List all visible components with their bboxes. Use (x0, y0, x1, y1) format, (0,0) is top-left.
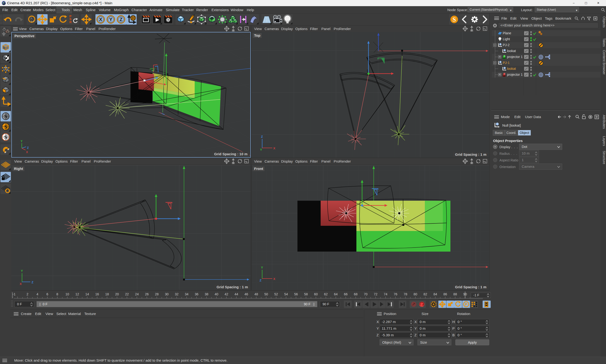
svg-text:24: 24 (135, 292, 139, 296)
svg-text:-1: -1 (13, 292, 16, 296)
svg-text:X: X (20, 282, 22, 286)
svg-text:Y: Y (109, 17, 112, 22)
svg-text:8: 8 (56, 292, 58, 296)
svg-text:54: 54 (284, 292, 288, 296)
svg-text:28: 28 (155, 292, 159, 296)
svg-text:Z: Z (259, 279, 261, 282)
svg-text:48: 48 (254, 292, 258, 296)
svg-text:58: 58 (304, 292, 308, 296)
svg-text:Y: Y (260, 148, 262, 152)
svg-text:Z: Z (120, 17, 122, 22)
svg-text:62: 62 (324, 292, 328, 296)
svg-text:40: 40 (215, 292, 218, 296)
svg-text:X: X (273, 146, 275, 150)
svg-text:64: 64 (334, 292, 338, 296)
svg-text:6: 6 (46, 292, 48, 296)
svg-text:R: R (69, 20, 72, 24)
svg-text:P: P (465, 302, 467, 306)
svg-text:16: 16 (95, 292, 99, 296)
svg-text:68: 68 (354, 292, 358, 296)
svg-text:X: X (273, 277, 275, 281)
svg-text:52: 52 (274, 292, 278, 296)
svg-text:26: 26 (145, 292, 149, 296)
svg-text:36: 36 (195, 292, 199, 296)
svg-text:86: 86 (443, 292, 447, 296)
svg-text:Y: Y (21, 140, 23, 143)
svg-text:S: S (4, 124, 7, 130)
svg-text:88: 88 (453, 292, 457, 296)
svg-text:50: 50 (264, 292, 268, 296)
svg-text:30: 30 (165, 292, 169, 296)
svg-text:Z: Z (31, 280, 33, 284)
svg-text:Y: Y (21, 269, 23, 273)
svg-text:60: 60 (314, 292, 318, 296)
svg-text:10: 10 (65, 292, 69, 296)
svg-text:66: 66 (344, 292, 348, 296)
svg-text:Z: Z (261, 135, 263, 138)
svg-text:20: 20 (115, 292, 119, 296)
svg-text:80: 80 (414, 292, 417, 296)
svg-text:42: 42 (225, 292, 228, 296)
svg-text:Z: Z (27, 146, 29, 150)
svg-text:X: X (26, 151, 28, 154)
svg-text:38: 38 (205, 292, 208, 296)
svg-text:S: S (4, 134, 7, 140)
svg-text:S: S (4, 113, 7, 119)
svg-text:72: 72 (374, 292, 377, 296)
svg-text:70: 70 (364, 292, 367, 296)
svg-text:X: X (99, 17, 102, 22)
svg-text:S: S (453, 16, 456, 23)
svg-text:56: 56 (294, 292, 298, 296)
svg-text:32: 32 (175, 292, 178, 296)
svg-text:82: 82 (423, 292, 427, 296)
svg-text:14: 14 (85, 292, 89, 296)
svg-text:74: 74 (384, 292, 387, 296)
svg-text:78: 78 (404, 292, 407, 296)
svg-text:76: 76 (394, 292, 397, 296)
svg-text:44: 44 (234, 292, 238, 296)
svg-text:18: 18 (105, 292, 109, 296)
svg-text:46: 46 (244, 292, 248, 296)
svg-text:2: 2 (27, 292, 28, 296)
svg-text:Y: Y (261, 266, 263, 269)
svg-text:34: 34 (185, 292, 189, 296)
svg-text:12: 12 (75, 292, 79, 296)
svg-text:84: 84 (433, 292, 437, 296)
svg-text:22: 22 (125, 292, 129, 296)
svg-text:4: 4 (37, 292, 38, 296)
